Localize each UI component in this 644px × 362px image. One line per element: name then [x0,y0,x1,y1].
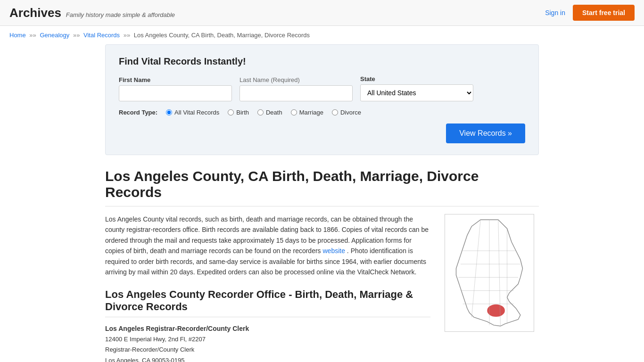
office-address2: Registrar-Recorder/County Clerk [105,345,430,355]
office-name: Los Angeles Registrar-Recorder/County Cl… [105,325,430,332]
last-name-input[interactable] [239,85,353,101]
breadcrumb-sep2: »» [73,32,82,39]
record-type-birth[interactable]: Birth [228,109,249,116]
page-title: Los Angeles County, CA Birth, Death, Mar… [105,168,539,206]
search-box: Find Vital Records Instantly! First Name… [105,44,539,155]
record-type-all[interactable]: All Vital Records [166,109,219,116]
tagline: Family history made simple & affordable [66,11,175,18]
office-details: 12400 E Imperial Hwy, 2nd Fl, #2207 Regi… [105,334,430,362]
svg-line-5 [471,220,480,317]
start-trial-button[interactable]: Start free trial [573,5,635,21]
last-name-label: Last Name (Required) [239,76,353,83]
archives-logo: Archives [9,6,61,20]
intro-paragraph: Los Angeles County vital records, such a… [105,214,430,277]
record-type-marriage-radio[interactable] [291,109,297,115]
record-type-birth-radio[interactable] [228,109,234,115]
sub-heading: Los Angeles County Recorder Office - Bir… [105,288,430,317]
office-address1: 12400 E Imperial Hwy, 2nd Fl, #2207 [105,334,430,345]
breadcrumb-current: Los Angeles County, CA Birth, Death, Mar… [134,32,310,39]
state-group: State All United States Alabama Alaska A… [360,75,473,101]
record-type-label: Record Type: [119,109,157,116]
office-city: Los Angeles, CA 90053-0195 [105,355,430,362]
content-text: Los Angeles County vital records, such a… [105,214,430,362]
state-label: State [360,75,473,82]
record-type-death-radio[interactable] [257,109,264,115]
la-highlight [487,304,505,317]
first-name-input[interactable] [119,85,232,101]
search-title: Find Vital Records Instantly! [119,56,525,67]
content-area: Los Angeles County vital records, such a… [105,214,539,362]
header-right: Sign in Start free trial [545,5,635,21]
breadcrumb-vital-records[interactable]: Vital Records [83,32,120,39]
california-map [445,214,539,362]
breadcrumb: Home »» Genealogy »» Vital Records »» Lo… [0,26,644,44]
record-type-death[interactable]: Death [257,109,282,116]
first-name-label: First Name [119,76,232,83]
view-records-container: View Records » [119,123,525,143]
breadcrumb-home[interactable]: Home [9,32,26,39]
record-type-row: Record Type: All Vital Records Birth Dea… [119,109,525,116]
breadcrumb-sep1: »» [29,32,38,39]
header: Archives Family history made simple & af… [0,0,644,26]
header-left: Archives Family history made simple & af… [9,6,175,20]
record-type-divorce[interactable]: Divorce [332,109,361,116]
first-name-group: First Name [119,76,232,101]
main-content: Find Vital Records Instantly! First Name… [96,44,548,362]
record-type-divorce-radio[interactable] [332,109,338,115]
record-type-all-radio[interactable] [166,109,172,115]
breadcrumb-sep3: »» [124,32,132,39]
website-link[interactable]: website [323,247,345,255]
ca-map-svg [445,214,534,332]
breadcrumb-genealogy[interactable]: Genealogy [40,32,69,39]
view-records-button[interactable]: View Records » [446,123,525,143]
search-fields: First Name Last Name (Required) State Al… [119,75,525,101]
record-type-marriage[interactable]: Marriage [291,109,323,116]
state-select[interactable]: All United States Alabama Alaska Arizona… [360,84,473,101]
last-name-group: Last Name (Required) [239,76,353,101]
sign-in-link[interactable]: Sign in [545,9,565,16]
